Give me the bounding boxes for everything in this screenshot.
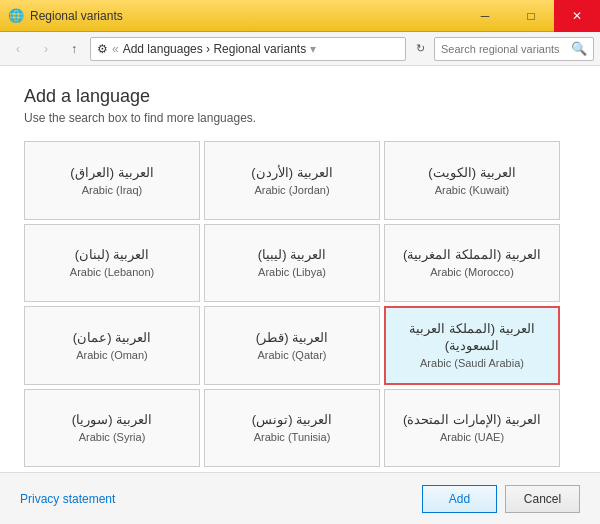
cancel-button[interactable]: Cancel [505, 485, 580, 513]
english-name: Arabic (Syria) [79, 431, 146, 443]
english-name: Arabic (Tunisia) [254, 431, 331, 443]
english-name: Arabic (Iraq) [82, 184, 143, 196]
english-name: Arabic (Kuwait) [435, 184, 510, 196]
english-name: Arabic (Saudi Arabia) [420, 357, 524, 369]
language-grid: العربية (العراق) Arabic (Iraq) العربية (… [24, 141, 576, 467]
up-button[interactable]: ↑ [62, 37, 86, 61]
lang-card-ar-QA[interactable]: العربية (قطر) Arabic (Qatar) [204, 306, 380, 385]
page-subtitle: Use the search box to find more language… [24, 111, 576, 125]
english-name: Arabic (Lebanon) [70, 266, 154, 278]
privacy-link[interactable]: Privacy statement [20, 492, 115, 506]
lang-card-ar-AE[interactable]: العربية (الإمارات المتحدة) Arabic (UAE) [384, 389, 560, 468]
close-button[interactable]: ✕ [554, 0, 600, 32]
maximize-button[interactable]: □ [508, 0, 554, 32]
search-input[interactable] [441, 43, 567, 55]
lang-card-ar-OM[interactable]: العربية (عمان) Arabic (Oman) [24, 306, 200, 385]
breadcrumb-sep: « [112, 42, 119, 56]
breadcrumb-dropdown[interactable]: ▾ [310, 42, 316, 56]
english-name: Arabic (Morocco) [430, 266, 514, 278]
native-name: العربية (تونس) [252, 412, 332, 429]
lang-card-ar-JO[interactable]: العربية (الأردن) Arabic (Jordan) [204, 141, 380, 220]
lang-card-ar-KW[interactable]: العربية (الكويت) Arabic (Kuwait) [384, 141, 560, 220]
native-name: العربية (الكويت) [428, 165, 515, 182]
footer: Privacy statement Add Cancel [0, 472, 600, 524]
native-name: العربية (قطر) [256, 330, 328, 347]
native-name: العربية (عمان) [73, 330, 151, 347]
breadcrumb-path: Add languages › Regional variants [123, 42, 306, 56]
native-name: العربية (لبنان) [75, 247, 149, 264]
english-name: Arabic (Oman) [76, 349, 148, 361]
english-name: Arabic (Qatar) [257, 349, 326, 361]
english-name: Arabic (UAE) [440, 431, 504, 443]
native-name: العربية (العراق) [70, 165, 153, 182]
window-title: Regional variants [30, 9, 123, 23]
lang-card-ar-SY[interactable]: العربية (سوريا) Arabic (Syria) [24, 389, 200, 468]
native-name: العربية (سوريا) [72, 412, 152, 429]
footer-buttons: Add Cancel [422, 485, 580, 513]
main-content: Add a language Use the search box to fin… [0, 66, 600, 472]
english-name: Arabic (Libya) [258, 266, 326, 278]
native-name: العربية (الإمارات المتحدة) [403, 412, 541, 429]
native-name: العربية (المملكة العربية السعودية) [392, 321, 552, 355]
native-name: العربية (المملكة المغربية) [403, 247, 541, 264]
language-grid-wrapper: العربية (العراق) Arabic (Iraq) العربية (… [24, 141, 576, 467]
search-box[interactable]: 🔍 [434, 37, 594, 61]
titlebar-controls: ─ □ ✕ [462, 0, 600, 32]
page-heading: Add a language [24, 86, 576, 107]
breadcrumb[interactable]: ⚙ « Add languages › Regional variants ▾ [90, 37, 406, 61]
lang-card-ar-LB[interactable]: العربية (لبنان) Arabic (Lebanon) [24, 224, 200, 303]
search-icon: 🔍 [571, 41, 587, 56]
breadcrumb-icon: ⚙ [97, 42, 108, 56]
back-button[interactable]: ‹ [6, 37, 30, 61]
app-icon: 🌐 [8, 8, 24, 24]
lang-card-ar-LY[interactable]: العربية (ليبيا) Arabic (Libya) [204, 224, 380, 303]
native-name: العربية (الأردن) [251, 165, 332, 182]
english-name: Arabic (Jordan) [254, 184, 329, 196]
add-button[interactable]: Add [422, 485, 497, 513]
titlebar-left: 🌐 Regional variants [8, 8, 123, 24]
minimize-button[interactable]: ─ [462, 0, 508, 32]
lang-card-ar-IQ[interactable]: العربية (العراق) Arabic (Iraq) [24, 141, 200, 220]
native-name: العربية (ليبيا) [258, 247, 326, 264]
lang-card-ar-SA[interactable]: العربية (المملكة العربية السعودية) Arabi… [384, 306, 560, 385]
titlebar: 🌐 Regional variants ─ □ ✕ [0, 0, 600, 32]
lang-card-ar-TN[interactable]: العربية (تونس) Arabic (Tunisia) [204, 389, 380, 468]
forward-button[interactable]: › [34, 37, 58, 61]
address-bar: ‹ › ↑ ⚙ « Add languages › Regional varia… [0, 32, 600, 66]
lang-card-ar-MA[interactable]: العربية (المملكة المغربية) Arabic (Moroc… [384, 224, 560, 303]
refresh-button[interactable]: ↻ [410, 39, 430, 59]
